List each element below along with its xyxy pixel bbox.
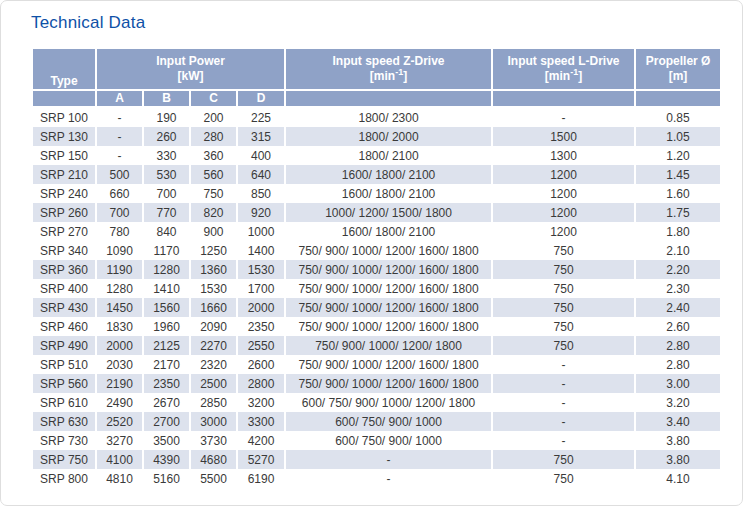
cell-c: 280 xyxy=(190,127,237,146)
cell-type: SRP 630 xyxy=(32,412,96,431)
cell-z-drive: 1600/ 1800/ 2100 xyxy=(285,184,492,203)
cell-c: 2500 xyxy=(190,374,237,393)
cell-z-drive: 750/ 900/ 1000/ 1200/ 1600/ 1800 xyxy=(285,374,492,393)
table-row: SRP 2607007708209201000/ 1200/ 1500/ 180… xyxy=(32,203,721,222)
table-row: SRP 7303270350037304200600/ 750/ 900/ 10… xyxy=(32,431,721,450)
cell-b: 2700 xyxy=(143,412,190,431)
cell-c: 2850 xyxy=(190,393,237,412)
cell-type: SRP 490 xyxy=(32,336,96,355)
cell-z-drive: 600/ 750/ 900/ 1000 xyxy=(285,431,492,450)
cell-type: SRP 510 xyxy=(32,355,96,374)
cell-propeller: 2.60 xyxy=(635,317,721,336)
cell-a: 2190 xyxy=(96,374,143,393)
cell-propeller: 2.80 xyxy=(635,355,721,374)
subheader-b: B xyxy=(143,90,190,107)
table-row: SRP 5102030217023202600750/ 900/ 1000/ 1… xyxy=(32,355,721,374)
cell-z-drive: 750/ 900/ 1000/ 1200/ 1600/ 1800 xyxy=(285,317,492,336)
table-row: SRP 150-3303604001800/ 210013001.20 xyxy=(32,146,721,165)
table-row: SRP 4601830196020902350750/ 900/ 1000/ 1… xyxy=(32,317,721,336)
cell-a: - xyxy=(96,127,143,146)
cell-b: 1560 xyxy=(143,298,190,317)
cell-l-drive: 1500 xyxy=(492,127,635,146)
header-type: Type xyxy=(32,48,96,90)
cell-z-drive: 1000/ 1200/ 1500/ 1800 xyxy=(285,203,492,222)
cell-a: 3270 xyxy=(96,431,143,450)
cell-a: 2520 xyxy=(96,412,143,431)
cell-b: 700 xyxy=(143,184,190,203)
page-title: Technical Data xyxy=(31,13,742,33)
cell-z-drive: 1800/ 2000 xyxy=(285,127,492,146)
header-z-drive: Input speed Z-Drive [min-1] xyxy=(285,48,492,90)
cell-l-drive: 750 xyxy=(492,241,635,260)
subheader-a: A xyxy=(96,90,143,107)
subheader-l-drive-spacer xyxy=(492,90,635,107)
cell-d: 315 xyxy=(237,127,285,146)
cell-l-drive: 750 xyxy=(492,469,635,488)
cell-type: SRP 100 xyxy=(32,107,96,127)
cell-z-drive: 1600/ 1800/ 2100 xyxy=(285,222,492,241)
cell-a: 500 xyxy=(96,165,143,184)
cell-c: 750 xyxy=(190,184,237,203)
cell-c: 200 xyxy=(190,107,237,127)
cell-d: 2800 xyxy=(237,374,285,393)
header-type-label: Type xyxy=(50,74,77,88)
cell-b: 5160 xyxy=(143,469,190,488)
cell-c: 900 xyxy=(190,222,237,241)
cell-l-drive: 750 xyxy=(492,336,635,355)
table-row: SRP 2406607007508501600/ 1800/ 210012001… xyxy=(32,184,721,203)
cell-d: 2000 xyxy=(237,298,285,317)
cell-propeller: 2.80 xyxy=(635,336,721,355)
cell-b: 840 xyxy=(143,222,190,241)
header-propeller-unit: [m] xyxy=(636,69,720,84)
cell-propeller: 1.05 xyxy=(635,127,721,146)
cell-l-drive: 750 xyxy=(492,317,635,336)
cell-z-drive: 600/ 750/ 900/ 1000/ 1200/ 1800 xyxy=(285,393,492,412)
cell-d: 4200 xyxy=(237,431,285,450)
cell-c: 3000 xyxy=(190,412,237,431)
cell-l-drive: 750 xyxy=(492,260,635,279)
cell-b: 1280 xyxy=(143,260,190,279)
cell-a: 1190 xyxy=(96,260,143,279)
header-row-main: Type Input Power [kW] Input speed Z-Driv… xyxy=(32,48,721,90)
cell-l-drive: 750 xyxy=(492,279,635,298)
cell-b: 770 xyxy=(143,203,190,222)
cell-z-drive: 750/ 900/ 1000/ 1200/ 1600/ 1800 xyxy=(285,241,492,260)
cell-z-drive: 750/ 900/ 1000/ 1200/ 1600/ 1800 xyxy=(285,355,492,374)
cell-b: 260 xyxy=(143,127,190,146)
cell-type: SRP 360 xyxy=(32,260,96,279)
header-input-power-label: Input Power xyxy=(97,54,284,69)
cell-type: SRP 730 xyxy=(32,431,96,450)
cell-l-drive: 1200 xyxy=(492,184,635,203)
cell-b: 1960 xyxy=(143,317,190,336)
cell-l-drive: - xyxy=(492,412,635,431)
cell-l-drive: 1200 xyxy=(492,222,635,241)
technical-data-table: Type Input Power [kW] Input speed Z-Driv… xyxy=(31,47,722,488)
cell-b: 2170 xyxy=(143,355,190,374)
cell-b: 2670 xyxy=(143,393,190,412)
subheader-propeller-spacer xyxy=(635,90,721,107)
cell-propeller: 3.40 xyxy=(635,412,721,431)
header-input-power-unit: [kW] xyxy=(97,69,284,84)
cell-type: SRP 270 xyxy=(32,222,96,241)
cell-propeller: 1.80 xyxy=(635,222,721,241)
table-row: SRP 4001280141015301700750/ 900/ 1000/ 1… xyxy=(32,279,721,298)
cell-l-drive: 1200 xyxy=(492,203,635,222)
cell-c: 2320 xyxy=(190,355,237,374)
cell-c: 5500 xyxy=(190,469,237,488)
cell-a: 2490 xyxy=(96,393,143,412)
cell-propeller: 3.00 xyxy=(635,374,721,393)
table-row: SRP 4902000212522702550750/ 900/ 1000/ 1… xyxy=(32,336,721,355)
cell-propeller: 1.75 xyxy=(635,203,721,222)
cell-d: 2350 xyxy=(237,317,285,336)
header-z-drive-unit: [min-1] xyxy=(286,69,491,84)
cell-type: SRP 800 xyxy=(32,469,96,488)
cell-propeller: 0.85 xyxy=(635,107,721,127)
cell-z-drive: 1600/ 1800/ 2100 xyxy=(285,165,492,184)
cell-a: 2030 xyxy=(96,355,143,374)
cell-l-drive: - xyxy=(492,355,635,374)
table-row: SRP 100-1902002251800/ 2300-0.85 xyxy=(32,107,721,127)
cell-d: 1700 xyxy=(237,279,285,298)
cell-type: SRP 750 xyxy=(32,450,96,469)
subheader-type-spacer xyxy=(32,90,96,107)
cell-propeller: 2.40 xyxy=(635,298,721,317)
